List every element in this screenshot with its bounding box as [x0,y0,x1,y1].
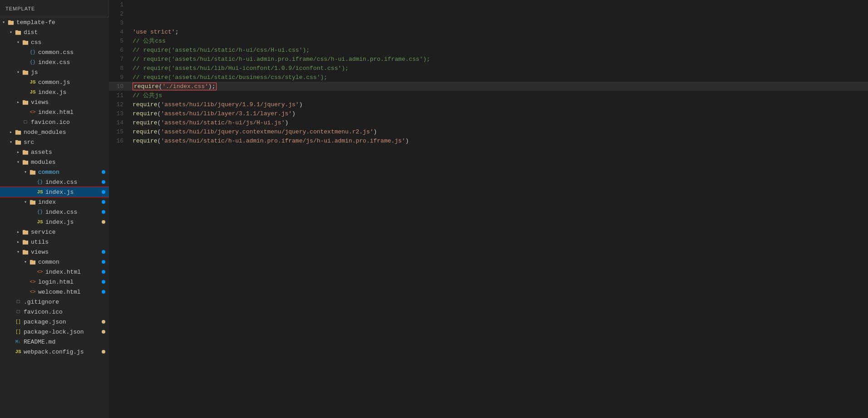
sidebar-item-index-html-views[interactable]: <>index.html [0,267,109,277]
sidebar-item-views-src[interactable]: views [0,247,109,257]
tree-badge-login-html [102,280,105,284]
sidebar-item-service[interactable]: service [0,227,109,237]
sidebar-item-assets[interactable]: assets [0,147,109,157]
js-icon-common-js-dist: JS [29,79,36,85]
json-icon-package-lock-json: [] [15,329,22,334]
folder-icon-common-folder [29,169,36,175]
sidebar-item-favicon-ico[interactable]: □favicon.ico [0,307,109,317]
sidebar-item-readme-md[interactable]: M↓README.md [0,337,109,347]
tree-label-common-views: common [38,259,100,266]
sidebar-item-webpack-config-js[interactable]: JSwebpack.config.js [0,347,109,357]
tree-arrow-css-folder[interactable] [15,39,22,45]
line-content-14: require('assets/hui/static/h-ui/js/H-ui.… [131,118,868,127]
tree-arrow-root[interactable] [0,20,7,25]
tree-label-index-css-dist: index.css [38,59,105,66]
line-number-11: 11 [109,91,131,100]
sidebar-item-index-js-common[interactable]: JSindex.js [0,187,109,197]
sidebar-item-views-dist[interactable]: views [0,97,109,107]
tree-badge-index-css-common [102,180,105,184]
line-content-15: require('assets/hui/lib/jquery.contextme… [131,127,868,136]
tree-label-index-js-index: index.js [45,219,100,226]
sidebar-item-index-js-index[interactable]: JSindex.js [0,217,109,227]
tree-arrow-utils[interactable] [15,239,22,245]
sidebar-item-index-css-index[interactable]: {}index.css [0,207,109,217]
line-number-1: 1 [109,0,131,9]
sidebar-item-index-css-dist[interactable]: {}index.css [0,57,109,67]
tree-label-index-html-views: index.html [45,269,100,275]
tree-arrow-common-views[interactable] [22,259,29,265]
sidebar-item-gitignore[interactable]: □.gitignore [0,297,109,307]
sidebar-item-css-folder[interactable]: css [0,37,109,47]
sidebar-item-root[interactable]: template-fe [0,17,109,27]
folder-icon-src [15,139,22,145]
sidebar-item-src[interactable]: src [0,137,109,147]
tree-arrow-service[interactable] [15,229,22,235]
html-icon-index-html-dist: <> [29,109,36,115]
tree-arrow-modules[interactable] [15,159,22,165]
tree-arrow-views-dist[interactable] [15,99,22,105]
sidebar-item-common-folder[interactable]: common [0,167,109,177]
tree-label-gitignore: .gitignore [24,299,105,305]
line-content-10: require('./index.css'); [131,82,868,91]
tree-badge-common-views [102,260,105,264]
js-icon-index-js-dist: JS [29,89,36,95]
sidebar-item-index-folder[interactable]: index [0,197,109,207]
sidebar-item-index-css-common[interactable]: {}index.css [0,177,109,187]
editor: 1 2 3 4'use strict';5// 公共css6// require… [109,0,868,418]
sidebar-item-favicon-ico-dist[interactable]: □favicon.ico [0,117,109,127]
tree-arrow-common-folder[interactable] [22,169,29,175]
folder-icon-js-folder [22,69,29,75]
tree-label-readme-md: README.md [24,339,105,345]
sidebar-item-index-js-dist[interactable]: JSindex.js [0,87,109,97]
css-icon-common-css: {} [29,49,36,55]
tree-label-login-html: login.html [38,279,100,285]
line-number-10: 10 [109,82,131,91]
html-icon-index-html-views: <> [36,269,44,275]
sidebar-item-utils[interactable]: utils [0,237,109,247]
sidebar-item-package-lock-json[interactable]: []package-lock.json [0,327,109,337]
sidebar-item-common-css[interactable]: {}common.css [0,47,109,57]
sidebar-item-welcome-html[interactable]: <>welcome.html [0,287,109,297]
line-content-8: // require('assets/hui/lib/Hui-iconfont/… [131,64,868,73]
folder-icon-utils [22,239,29,245]
tree-arrow-dist[interactable] [7,30,15,35]
line-content-6: // require('assets/hui/static/h-ui/css/H… [131,45,868,54]
sidebar-item-modules[interactable]: modules [0,157,109,167]
tree-label-common-css: common.css [38,49,105,56]
line-number-2: 2 [109,9,131,18]
code-line-7: 7// require('assets/hui/static/h-ui.admi… [109,54,868,64]
code-line-11: 11// 公共js [109,91,868,100]
line-number-15: 15 [109,127,131,136]
tree-label-package-json: package.json [24,319,100,325]
tree-arrow-node-modules[interactable] [7,129,15,135]
sidebar-item-login-html[interactable]: <>login.html [0,277,109,287]
tree-badge-index-js-common [102,190,105,194]
sidebar-item-index-html-dist[interactable]: <>index.html [0,107,109,117]
sidebar-item-common-js-dist[interactable]: JScommon.js [0,77,109,87]
sidebar-item-common-views[interactable]: common [0,257,109,267]
tree-arrow-src[interactable] [7,139,15,145]
tree-badge-views-src [102,250,105,254]
js-icon-index-js-common: JS [36,189,44,195]
tree-label-css-folder: css [31,39,105,46]
sidebar-item-js-folder[interactable]: js [0,67,109,77]
tree-label-index-js-common: index.js [45,189,100,196]
sidebar-item-package-json[interactable]: []package.json [0,317,109,327]
sidebar-item-dist[interactable]: dist [0,27,109,37]
tree-label-favicon-ico-dist: favicon.ico [31,119,105,126]
tree-label-views-dist: views [31,99,105,106]
line-content-2 [131,9,868,18]
tree-label-src: src [24,139,105,146]
line-content-5: // 公共css [131,36,868,45]
tree-arrow-assets[interactable] [15,149,22,155]
tree-arrow-js-folder[interactable] [15,69,22,75]
tree-arrow-views-src[interactable] [15,249,22,255]
code-line-5: 5// 公共css [109,36,868,45]
tree-arrow-index-folder[interactable] [22,199,29,205]
css-icon-index-css-index: {} [36,209,44,215]
line-content-1 [131,0,868,9]
sidebar-item-node-modules[interactable]: node_modules [0,127,109,137]
tree-label-index-folder: index [38,199,100,206]
tree-label-common-js-dist: common.js [38,79,105,86]
tree-label-index-css-common: index.css [45,179,100,186]
